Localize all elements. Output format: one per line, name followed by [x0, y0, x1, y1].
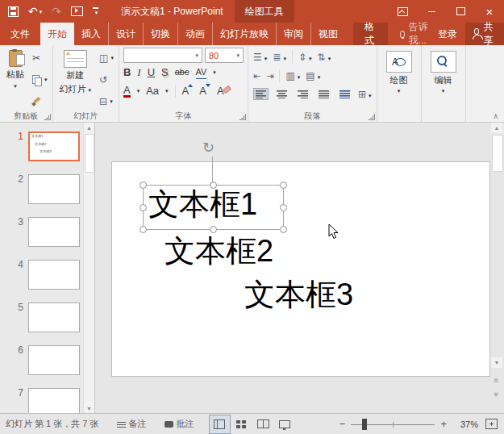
zoom-out-button[interactable]: − [337, 419, 348, 429]
text-shadow-button[interactable]: S [161, 67, 169, 77]
tab-insert[interactable]: 插入 [74, 23, 108, 45]
font-color-button[interactable]: A [123, 85, 131, 98]
font-size-dropdown-icon[interactable]: ▾ [236, 52, 240, 58]
new-slide-button[interactable]: ✶ 新建 幻灯片 ▾ [55, 48, 97, 98]
resize-handle-sw[interactable] [140, 226, 147, 233]
character-spacing-button[interactable]: AV [196, 68, 207, 77]
save-button[interactable] [8, 6, 19, 17]
tab-view[interactable]: 视图 [310, 23, 345, 45]
zoom-slider[interactable] [351, 415, 435, 434]
rotate-handle-icon[interactable]: ↻ [202, 140, 215, 155]
thumbnail-row-2[interactable]: 2 [0, 174, 94, 204]
slide-thumbnail[interactable] [28, 388, 80, 414]
thumbnail-row-1[interactable]: 1 文本框1 文本框2 文本框3 [0, 131, 94, 161]
editor-scrollbar[interactable]: ▲ ▼ « » [491, 123, 502, 414]
tab-design[interactable]: 设计 [108, 23, 143, 45]
resize-handle-s[interactable] [210, 226, 217, 233]
cut-button[interactable]: ✂ [31, 50, 49, 65]
next-slide-button[interactable]: » [491, 388, 502, 399]
layout-button[interactable]: ◫▾ [98, 50, 115, 65]
maximize-button[interactable] [446, 0, 475, 23]
align-center-button[interactable] [274, 88, 289, 100]
paste-button[interactable]: 粘贴 ▾ [2, 48, 29, 91]
section-button[interactable]: ⊟▾ [98, 94, 115, 109]
normal-view-button[interactable] [209, 415, 231, 434]
start-slideshow-button[interactable] [71, 6, 83, 16]
clear-formatting-button[interactable]: A [217, 86, 229, 96]
new-slide-dropdown-icon[interactable]: ▾ [89, 87, 92, 93]
justify-button[interactable] [316, 88, 331, 100]
align-text-dropdown-icon[interactable]: ▾ [318, 74, 321, 80]
tab-transitions[interactable]: 切换 [143, 23, 177, 45]
numbering-dropdown-icon[interactable]: ▾ [283, 56, 286, 61]
section-dropdown-icon[interactable]: ▾ [110, 98, 113, 104]
editor-scroll-up-icon[interactable]: ▲ [491, 123, 502, 133]
tab-file[interactable]: 文件 [0, 23, 40, 45]
line-spacing-dropdown-icon[interactable]: ▾ [309, 56, 312, 61]
shrink-font-button[interactable]: A [199, 86, 210, 96]
slideshow-view-button[interactable] [274, 415, 296, 434]
columns-button[interactable]: ▥ ▾ [285, 71, 300, 81]
font-name-dropdown-icon[interactable]: ▾ [195, 52, 198, 58]
customize-qat-button[interactable]: ▾ [93, 7, 98, 15]
zoom-percentage[interactable]: 37% [452, 419, 478, 429]
textbox-3[interactable]: 文本框3 [244, 279, 353, 310]
font-size-combobox[interactable]: 80▾ [205, 48, 244, 63]
line-spacing-button[interactable]: ⇕ ▾ [298, 52, 312, 62]
sign-in-button[interactable]: 登录 [430, 23, 465, 45]
align-left-button[interactable] [253, 88, 269, 100]
resize-handle-nw[interactable] [140, 182, 147, 189]
tab-animations[interactable]: 动画 [177, 23, 212, 45]
ribbon-display-options-button[interactable] [388, 0, 417, 23]
share-button[interactable]: 共享 [465, 23, 504, 45]
slide-thumbnail[interactable] [28, 217, 80, 247]
slide-thumbnail[interactable] [28, 303, 80, 332]
tab-format-context[interactable]: 格式 [353, 23, 388, 45]
clipboard-dialog-launcher-icon[interactable] [44, 114, 51, 120]
character-spacing-dropdown-icon[interactable]: ▾ [213, 69, 216, 75]
panel-scrollbar[interactable]: ▲ ▼ [83, 123, 94, 414]
resize-handle-se[interactable] [280, 226, 287, 233]
smartart-button[interactable]: ⊞ ▾ [358, 90, 372, 99]
slide-canvas[interactable]: ↻ 文本框1 文本框2 文本框3 [111, 161, 490, 377]
change-case-button[interactable]: Aa [146, 86, 159, 96]
align-right-button[interactable] [295, 88, 310, 100]
editing-dropdown-icon[interactable]: ▾ [442, 88, 445, 94]
drawing-dropdown-icon[interactable]: ▾ [398, 88, 401, 94]
resize-handle-w[interactable] [140, 204, 147, 211]
fit-to-window-icon[interactable] [485, 419, 498, 429]
zoom-in-button[interactable]: + [438, 419, 449, 429]
bold-button[interactable]: B [123, 67, 131, 77]
slide-thumbnail-selected[interactable]: 文本框1 文本框2 文本框3 [28, 131, 80, 161]
tab-slideshow[interactable]: 幻灯片放映 [212, 23, 276, 45]
undo-button[interactable]: ↶▾ [28, 6, 42, 17]
underline-button[interactable]: U [148, 67, 155, 77]
align-text-button[interactable]: ▤ ▾ [306, 71, 320, 81]
panel-scrollbar-thumb[interactable] [85, 134, 94, 173]
strikethrough-button[interactable]: abc [175, 68, 190, 77]
reading-view-button[interactable] [252, 415, 274, 434]
editor-scroll-down-icon[interactable]: ▼ [491, 357, 502, 368]
decrease-indent-button[interactable]: ⇤ [253, 71, 260, 81]
copy-dropdown-icon[interactable]: ▾ [44, 77, 48, 82]
editing-button[interactable]: 编辑 ▾ [423, 48, 464, 105]
paste-dropdown-icon[interactable]: ▾ [14, 83, 17, 89]
editor-scrollbar-thumb[interactable] [492, 135, 503, 172]
font-color-dropdown-icon[interactable]: ▾ [137, 88, 140, 94]
text-direction-button[interactable]: ⇅ ▾ [318, 52, 331, 62]
grow-font-button[interactable]: A [182, 86, 194, 96]
smartart-dropdown-icon[interactable]: ▾ [369, 93, 372, 98]
tab-review[interactable]: 审阅 [276, 23, 310, 45]
textbox-2[interactable]: 文本框2 [165, 236, 273, 266]
comments-button[interactable]: 批注 [165, 418, 194, 430]
undo-dropdown-icon[interactable]: ▾ [40, 9, 43, 15]
tab-home[interactable]: 开始 [40, 23, 74, 45]
notes-button[interactable]: 备注 [117, 418, 147, 430]
previous-slide-button[interactable]: « [491, 374, 502, 386]
bullets-button[interactable]: ☰ ▾ [253, 52, 267, 62]
slide-sorter-view-button[interactable] [231, 415, 252, 434]
slide-thumbnail[interactable] [28, 174, 80, 204]
resize-handle-e[interactable] [280, 204, 287, 211]
paragraph-dialog-launcher-icon[interactable] [369, 114, 375, 120]
drawing-button[interactable]: A 绘图 ▾ [379, 48, 419, 105]
